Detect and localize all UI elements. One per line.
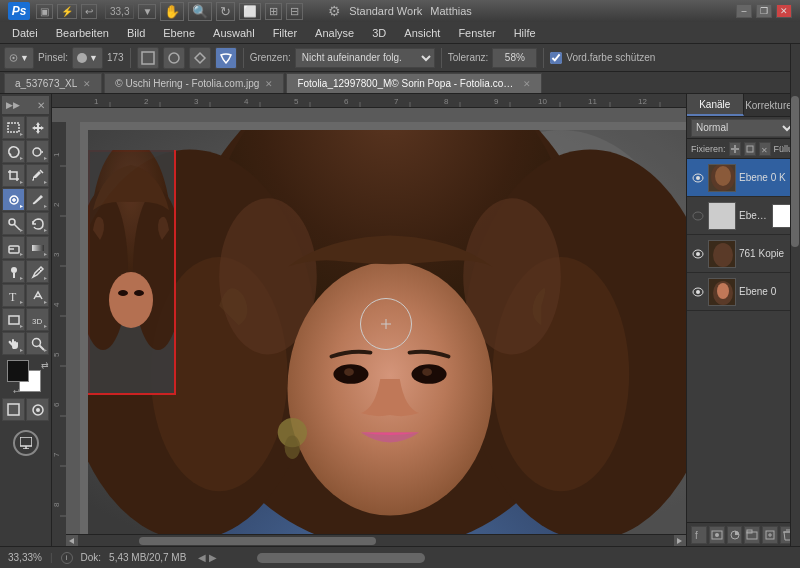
tool-icon-rotate[interactable]: ↻ — [216, 2, 235, 21]
h-scroll-track[interactable] — [80, 537, 672, 545]
reset-colors[interactable]: ↩ — [13, 387, 20, 396]
tool-3d-material[interactable]: 3D ▸ — [26, 308, 49, 331]
tab-0[interactable]: a_537673_XL ✕ — [4, 73, 102, 93]
tool-icon-screen[interactable]: ⬜ — [239, 3, 261, 20]
panels-area: Kanäle Korrekturen Normal Fixieren: ✕ Fü… — [686, 94, 800, 546]
status-info-btn[interactable]: i — [61, 552, 73, 564]
layer-item-2[interactable]: 761 Kopie — [687, 235, 800, 273]
v-scrollbar[interactable] — [790, 44, 800, 546]
tool-pen[interactable]: ▸ — [26, 260, 49, 283]
add-style-btn[interactable]: f — [691, 526, 707, 544]
swap-colors[interactable]: ⇄ — [41, 360, 49, 370]
h-scrollbar[interactable] — [66, 534, 686, 546]
restore-button[interactable]: ❐ — [756, 4, 772, 18]
tab-close-0[interactable]: ✕ — [83, 79, 91, 89]
menu-bearbeiten[interactable]: Bearbeiten — [48, 25, 117, 41]
tool-standard-mode[interactable] — [2, 398, 25, 421]
svg-line-14 — [39, 269, 41, 271]
tool-rect-select[interactable]: ▸ — [2, 116, 25, 139]
add-mask-btn[interactable] — [709, 526, 725, 544]
tab-1[interactable]: © Uschi Hering - Fotolia.com.jpg ✕ — [104, 73, 284, 93]
menu-bild[interactable]: Bild — [119, 25, 153, 41]
tool-icon-zoom[interactable]: 🔍 — [188, 2, 212, 21]
toolbox-close[interactable]: ✕ — [37, 100, 45, 111]
tool-preset-btn[interactable]: ▼ — [4, 47, 34, 69]
bottom-scroll-track[interactable] — [229, 553, 788, 563]
tab-close-2[interactable]: ✕ — [523, 79, 531, 89]
v-scroll-thumb[interactable] — [791, 96, 799, 247]
menu-hilfe[interactable]: Hilfe — [506, 25, 544, 41]
add-layer-btn[interactable] — [762, 526, 778, 544]
screen-mode[interactable] — [13, 430, 39, 456]
tool-zoom-tool[interactable]: ▸ — [26, 332, 49, 355]
canvas-area[interactable]: 1 2 3 4 5 6 7 8 9 — [52, 94, 686, 546]
tool-hand[interactable]: ▸ — [2, 332, 25, 355]
menu-fenster[interactable]: Fenster — [450, 25, 503, 41]
mode-btn-1[interactable] — [137, 47, 159, 69]
menu-3d[interactable]: 3D — [364, 25, 394, 41]
brush-picker[interactable]: ▼ — [72, 47, 103, 69]
fix-pos[interactable] — [729, 142, 741, 156]
bottom-scroll-thumb[interactable] — [257, 553, 425, 563]
add-group-btn[interactable] — [744, 526, 760, 544]
tool-icon-layout[interactable]: ⊟ — [286, 3, 303, 20]
tool-clone[interactable]: ▸ — [2, 212, 25, 235]
fix-paint[interactable] — [744, 142, 756, 156]
app-icon-1[interactable]: ▣ — [36, 4, 53, 19]
tool-move[interactable] — [26, 116, 49, 139]
tab-close-1[interactable]: ✕ — [265, 79, 273, 89]
layer-item-0[interactable]: Ebene 0 K — [687, 159, 800, 197]
menu-datei[interactable]: Datei — [4, 25, 46, 41]
menu-filter[interactable]: Filter — [265, 25, 305, 41]
tool-icon-hand[interactable]: ✋ — [160, 2, 184, 21]
tool-lasso[interactable]: ▸ — [2, 140, 25, 163]
protect-checkbox[interactable] — [550, 52, 562, 64]
h-scroll-thumb[interactable] — [139, 537, 376, 545]
layer-eye-2[interactable] — [691, 247, 705, 261]
foreground-color[interactable] — [7, 360, 29, 382]
mode-btn-active[interactable] — [215, 47, 237, 69]
toleranz-input[interactable] — [492, 48, 537, 68]
layer-item-3[interactable]: Ebene 0 — [687, 273, 800, 311]
tool-crop[interactable]: ▸ — [2, 164, 25, 187]
tool-quick-select[interactable]: ▸ — [26, 140, 49, 163]
tool-type[interactable]: T ▸ — [2, 284, 25, 307]
tool-eraser[interactable]: ▸ — [2, 236, 25, 259]
mode-btn-3[interactable] — [189, 47, 211, 69]
menu-ansicht[interactable]: Ansicht — [396, 25, 448, 41]
tab-2[interactable]: Fotolia_12997800_M© Sorin Popa - Fotolia… — [286, 73, 542, 93]
grenzen-select[interactable]: Nicht aufeinander folg. — [295, 48, 435, 68]
close-button[interactable]: ✕ — [776, 4, 792, 18]
tool-eyedropper[interactable]: ▸ — [26, 164, 49, 187]
tool-dodge[interactable]: ▸ — [2, 260, 25, 283]
layer-eye-0[interactable] — [691, 171, 705, 185]
menu-analyse[interactable]: Analyse — [307, 25, 362, 41]
scroll-right-btn[interactable] — [674, 535, 686, 547]
blend-mode-select[interactable]: Normal — [691, 119, 796, 137]
toolbox: ▶▶ ✕ ▸ ▸ ▸ — [0, 94, 52, 546]
layer-eye-3[interactable] — [691, 285, 705, 299]
layer-eye-1[interactable] — [691, 209, 705, 223]
tool-spot-heal[interactable]: ▸ — [2, 188, 25, 211]
menu-auswahl[interactable]: Auswahl — [205, 25, 263, 41]
toolbox-header[interactable]: ▶▶ ✕ — [2, 96, 49, 114]
tool-icon-arrange[interactable]: ⊞ — [265, 3, 282, 20]
canvas-viewport[interactable] — [80, 122, 686, 546]
menu-ebene[interactable]: Ebene — [155, 25, 203, 41]
tool-quick-mask-mode[interactable] — [26, 398, 49, 421]
panel-tab-kanaele[interactable]: Kanäle — [687, 94, 744, 116]
scroll-left-btn[interactable] — [66, 535, 78, 547]
app-icon-2[interactable]: ⚡ — [57, 4, 77, 19]
layer-item-1[interactable]: Ebene 1 — [687, 197, 800, 235]
minimize-button[interactable]: – — [736, 4, 752, 18]
tool-path-select[interactable]: ▸ — [26, 284, 49, 307]
tool-rect-shape[interactable]: ▸ — [2, 308, 25, 331]
status-scroll-arrows[interactable]: ◀ ▶ — [198, 552, 217, 563]
tool-gradient[interactable]: ▸ — [26, 236, 49, 259]
tool-history-brush[interactable]: ▸ — [26, 212, 49, 235]
app-icon-3[interactable]: ↩ — [81, 4, 97, 19]
mode-btn-2[interactable] — [163, 47, 185, 69]
add-adj-btn[interactable] — [727, 526, 743, 544]
tool-brush[interactable]: ▸ — [26, 188, 49, 211]
fix-all[interactable]: ✕ — [759, 142, 771, 156]
